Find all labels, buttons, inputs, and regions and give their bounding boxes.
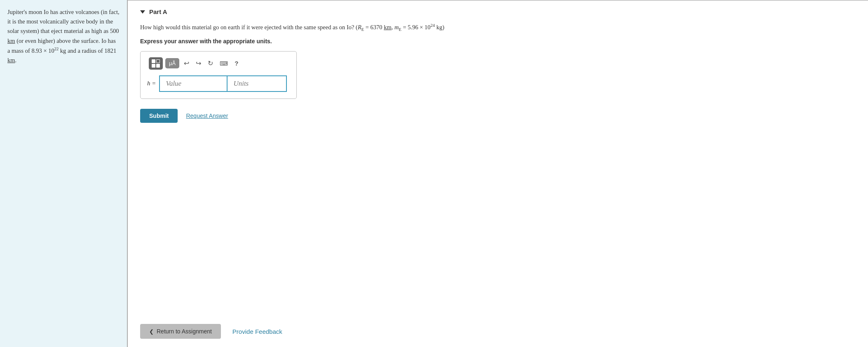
submit-button[interactable]: Submit bbox=[140, 109, 178, 123]
matrix-button-group[interactable] bbox=[149, 57, 163, 70]
redo-button[interactable]: ↪ bbox=[194, 58, 203, 69]
request-answer-link[interactable]: Request Answer bbox=[186, 113, 228, 119]
part-header: Part A bbox=[140, 8, 856, 15]
return-to-assignment-button[interactable]: ❮ Return to Assignment bbox=[140, 324, 221, 339]
provide-feedback-link[interactable]: Provide Feedback bbox=[232, 328, 282, 335]
units-button[interactable]: μÅ bbox=[165, 58, 179, 68]
keyboard-button[interactable]: ⌨ bbox=[218, 59, 230, 68]
units-input[interactable] bbox=[227, 75, 287, 92]
chevron-left-icon: ❮ bbox=[149, 328, 154, 335]
submit-row: Submit Request Answer bbox=[140, 109, 856, 123]
question-text: How high would this material go on earth… bbox=[140, 22, 856, 33]
input-row: h = bbox=[147, 75, 290, 92]
return-label: Return to Assignment bbox=[157, 328, 212, 335]
spacer bbox=[128, 127, 868, 312]
matrix-button[interactable] bbox=[149, 57, 163, 70]
h-label: h = bbox=[147, 80, 156, 87]
undo-button[interactable]: ↩ bbox=[182, 58, 191, 69]
value-input[interactable] bbox=[159, 75, 227, 92]
math-toolbar: μÅ ↩ ↪ ↻ ⌨ ? bbox=[147, 57, 290, 70]
bottom-actions: ❮ Return to Assignment Provide Feedback bbox=[128, 312, 868, 347]
problem-description: Jupiter's moon Io has active volcanoes (… bbox=[0, 0, 128, 347]
reset-button[interactable]: ↻ bbox=[206, 58, 215, 69]
part-a-section: Part A How high would this material go o… bbox=[128, 1, 868, 127]
express-answer-label: Express your answer with the appropriate… bbox=[140, 38, 856, 45]
answer-box: μÅ ↩ ↪ ↻ ⌨ ? h = bbox=[140, 51, 297, 99]
problem-text: Jupiter's moon Io has active volcanoes (… bbox=[7, 7, 120, 65]
collapse-icon[interactable] bbox=[140, 10, 145, 14]
part-label: Part A bbox=[149, 8, 167, 15]
answer-panel: Part A How high would this material go o… bbox=[128, 0, 868, 347]
help-button[interactable]: ? bbox=[232, 58, 240, 68]
matrix-icon bbox=[152, 59, 160, 68]
